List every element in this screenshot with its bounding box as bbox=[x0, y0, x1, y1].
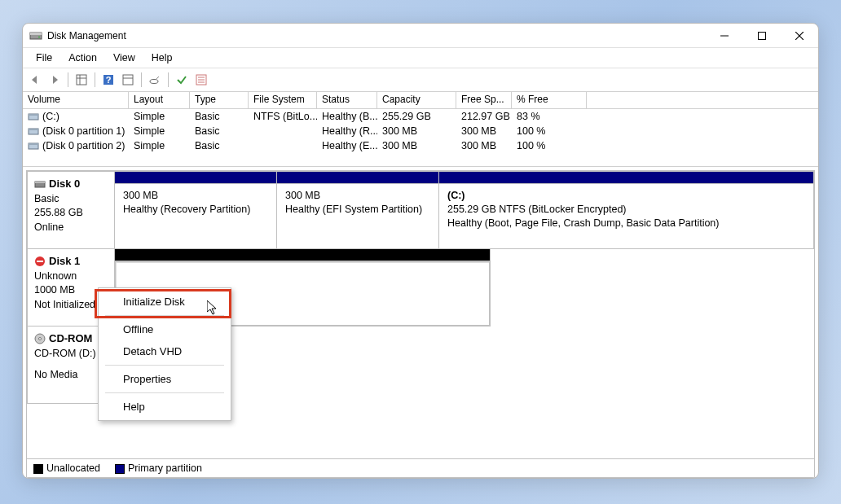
disk-icon bbox=[34, 178, 46, 190]
disk0-size: 255.88 GB bbox=[34, 206, 108, 220]
menu-view[interactable]: View bbox=[105, 50, 143, 66]
cell-type: Basic bbox=[190, 125, 249, 138]
part-size: 300 MB bbox=[285, 189, 430, 203]
partition-stripe bbox=[276, 171, 439, 183]
part-desc: Healthy (Boot, Page File, Crash Dump, Ba… bbox=[447, 217, 805, 230]
svg-rect-7 bbox=[77, 75, 86, 85]
cell-layout: Simple bbox=[129, 125, 190, 138]
cell-pct: 83 % bbox=[512, 110, 587, 123]
help-toolbar-icon[interactable]: ? bbox=[99, 71, 117, 89]
titlebar: Disk Management bbox=[23, 24, 818, 48]
col-pct[interactable]: % Free bbox=[512, 92, 587, 108]
cell-capacity: 255.29 GB bbox=[377, 110, 456, 123]
ctx-offline[interactable]: Offline bbox=[100, 318, 229, 340]
volume-icon bbox=[28, 111, 39, 122]
toolbar-separator bbox=[141, 72, 142, 87]
svg-point-14 bbox=[150, 80, 158, 84]
disk0-partition-1[interactable]: 300 MB Healthy (Recovery Partition) bbox=[114, 171, 277, 249]
table-row[interactable]: (Disk 0 partition 1) Simple Basic Health… bbox=[23, 124, 818, 138]
forward-button[interactable] bbox=[46, 71, 64, 89]
disk0-type: Basic bbox=[34, 192, 108, 206]
cell-type: Basic bbox=[190, 139, 249, 152]
ctx-separator bbox=[105, 315, 224, 316]
col-capacity[interactable]: Capacity bbox=[377, 92, 456, 108]
cell-layout: Simple bbox=[129, 110, 190, 123]
maximize-button[interactable] bbox=[743, 24, 781, 48]
part-desc: Healthy (Recovery Partition) bbox=[123, 203, 268, 217]
svg-rect-12 bbox=[123, 75, 133, 85]
cdrom-state: No Media bbox=[34, 368, 108, 382]
cell-free: 300 MB bbox=[456, 139, 512, 152]
window-title: Disk Management bbox=[47, 30, 706, 42]
menu-file[interactable]: File bbox=[28, 50, 60, 66]
close-button[interactable] bbox=[781, 24, 818, 48]
cell-capacity: 300 MB bbox=[377, 139, 456, 152]
disk1-size: 1000 MB bbox=[34, 283, 108, 297]
volume-name: (C:) bbox=[42, 111, 59, 122]
col-filesystem[interactable]: File System bbox=[249, 92, 317, 108]
disk0-label[interactable]: Disk 0 Basic 255.88 GB Online bbox=[27, 171, 115, 249]
check-icon[interactable] bbox=[173, 71, 191, 89]
disk0-partition-c[interactable]: (C:) 255.29 GB NTFS (BitLocker Encrypted… bbox=[438, 171, 814, 249]
ctx-separator bbox=[105, 365, 224, 366]
cell-fs bbox=[249, 139, 317, 152]
toolbar-separator bbox=[95, 72, 95, 87]
list-icon[interactable] bbox=[192, 71, 210, 89]
ctx-properties[interactable]: Properties bbox=[100, 368, 229, 390]
legend-primary: Primary partition bbox=[128, 462, 202, 474]
minimize-button[interactable] bbox=[706, 24, 743, 48]
svg-rect-22 bbox=[29, 129, 38, 130]
cell-status: Healthy (R... bbox=[317, 125, 377, 138]
refresh-icon[interactable] bbox=[119, 71, 137, 89]
svg-rect-28 bbox=[37, 261, 43, 262]
svg-point-30 bbox=[39, 337, 42, 340]
ctx-detach-vhd[interactable]: Detach VHD bbox=[100, 340, 229, 362]
cell-pct: 100 % bbox=[512, 125, 587, 138]
cell-type: Basic bbox=[190, 110, 249, 123]
cdrom-icon bbox=[34, 333, 46, 344]
cell-fs: NTFS (BitLo... bbox=[249, 110, 317, 123]
disk-row: Disk 0 Basic 255.88 GB Online 300 MB Hea… bbox=[27, 171, 814, 249]
context-menu: Initialize Disk Offline Detach VHD Prope… bbox=[98, 287, 231, 421]
cdrom-letter: CD-ROM (D:) bbox=[34, 347, 108, 361]
col-status[interactable]: Status bbox=[317, 92, 377, 108]
part-size: 255.29 GB NTFS (BitLocker Encrypted) bbox=[447, 203, 805, 217]
svg-rect-26 bbox=[35, 182, 45, 183]
disk-settings-icon[interactable] bbox=[146, 71, 164, 89]
details-view-icon[interactable] bbox=[73, 71, 90, 89]
app-icon bbox=[29, 29, 42, 42]
cell-fs bbox=[249, 125, 317, 138]
col-type[interactable]: Type bbox=[190, 92, 249, 108]
cell-status: Healthy (B... bbox=[317, 110, 377, 123]
ctx-help[interactable]: Help bbox=[100, 396, 229, 418]
cell-status: Healthy (E... bbox=[317, 139, 377, 152]
unallocated-stripe bbox=[114, 248, 491, 261]
svg-rect-20 bbox=[29, 114, 38, 116]
volume-name: (Disk 0 partition 2) bbox=[42, 140, 125, 151]
col-free[interactable]: Free Sp... bbox=[456, 92, 512, 108]
svg-rect-4 bbox=[759, 32, 766, 39]
col-layout[interactable]: Layout bbox=[129, 92, 190, 108]
menubar: File Action View Help bbox=[23, 48, 818, 68]
menu-help[interactable]: Help bbox=[143, 50, 181, 66]
table-row[interactable]: (Disk 0 partition 2) Simple Basic Health… bbox=[23, 138, 818, 153]
partition-stripe bbox=[438, 171, 814, 183]
ctx-initialize-disk[interactable]: Initialize Disk bbox=[100, 291, 229, 313]
legend: Unallocated Primary partition bbox=[27, 458, 814, 477]
legend-unallocated: Unallocated bbox=[46, 462, 100, 474]
col-volume[interactable]: Volume bbox=[23, 92, 129, 108]
disk-error-icon bbox=[34, 256, 46, 267]
part-size: 300 MB bbox=[123, 189, 268, 203]
svg-rect-24 bbox=[29, 143, 38, 145]
legend-swatch-primary bbox=[115, 464, 125, 474]
back-button[interactable] bbox=[26, 71, 44, 89]
part-title: (C:) bbox=[447, 189, 805, 203]
disk0-partition-2[interactable]: 300 MB Healthy (EFI System Partition) bbox=[276, 171, 439, 249]
table-row[interactable]: (C:) Simple Basic NTFS (BitLo... Healthy… bbox=[23, 109, 818, 124]
svg-rect-1 bbox=[30, 33, 42, 35]
toolbar-separator bbox=[168, 72, 169, 87]
disk0-state: Online bbox=[34, 221, 108, 234]
volume-icon bbox=[28, 125, 39, 137]
disk0-name: Disk 0 bbox=[49, 177, 80, 191]
menu-action[interactable]: Action bbox=[60, 50, 105, 66]
